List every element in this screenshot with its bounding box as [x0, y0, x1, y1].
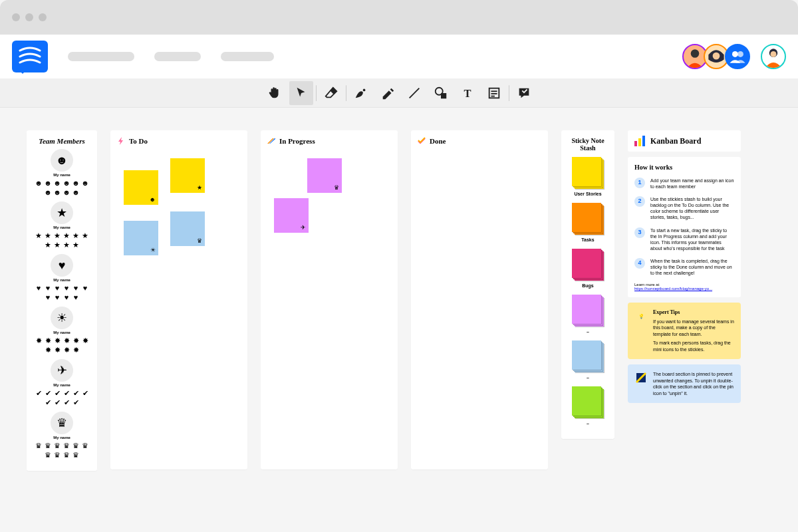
rocket-mini-icon[interactable]: ✔	[72, 399, 80, 406]
smile-mini-icon[interactable]: ☻	[82, 180, 89, 187]
star-mini-icon[interactable]: ★	[54, 241, 61, 249]
sticky-note[interactable]: ✈	[274, 198, 309, 233]
smile-mini-icon[interactable]: ☻	[72, 189, 80, 196]
heart-mini-icon[interactable]: ♥	[72, 285, 80, 292]
star-mini-icon[interactable]: ★	[72, 241, 80, 249]
star-mini-icon[interactable]: ★	[45, 232, 52, 239]
sticky-pile[interactable]	[572, 340, 604, 372]
shape-tool[interactable]	[429, 81, 453, 105]
svg-point-3	[737, 51, 743, 57]
sun-mini-icon[interactable]: ✸	[54, 346, 61, 354]
smile-mini-icon[interactable]: ☻	[45, 189, 52, 196]
star-mini-icon[interactable]: ★	[82, 232, 89, 239]
heart-mini-icon[interactable]: ♥	[63, 285, 70, 292]
sun-mini-icon[interactable]: ✸	[63, 337, 70, 344]
star-mini-icon[interactable]: ★	[63, 241, 70, 249]
star-mini-icon[interactable]: ★	[54, 232, 61, 239]
sticky-note[interactable]: ♛	[307, 158, 342, 193]
star-mini-icon[interactable]: ★	[45, 241, 52, 249]
pen-tool[interactable]	[349, 81, 373, 105]
smile-mini-icon[interactable]: ☻	[45, 180, 52, 187]
star-mini-icon[interactable]: ★	[63, 232, 70, 239]
heart-mini-icon[interactable]: ♥	[54, 285, 61, 292]
note-tool[interactable]	[482, 81, 506, 105]
sun-mini-icon[interactable]: ✸	[63, 346, 70, 354]
heart-mini-icon[interactable]: ♥	[72, 294, 80, 301]
smile-mini-icon[interactable]: ☻	[35, 180, 43, 187]
highlighter-tool[interactable]	[376, 81, 400, 105]
rocket-mini-icon[interactable]: ✔	[63, 390, 70, 397]
sticky-note[interactable]: ♛	[170, 211, 205, 246]
rocket-mini-icon[interactable]: ✔	[45, 399, 52, 406]
sticky-pile[interactable]	[572, 203, 604, 235]
rocket-mini-icon[interactable]: ✔	[63, 399, 70, 406]
team-member[interactable]: ☀My name	[33, 307, 90, 334]
column-inprogress[interactable]: In Progress ♛✈	[261, 130, 398, 469]
crown-mini-icon[interactable]: ♛	[54, 442, 61, 450]
sticky-note[interactable]: ☻	[124, 170, 158, 205]
team-member[interactable]: ♛My name	[33, 412, 90, 440]
sticky-pile[interactable]	[572, 295, 604, 327]
crown-mini-icon[interactable]: ♛	[45, 442, 52, 450]
crown-mini-icon[interactable]: ♛	[72, 452, 80, 459]
smile-mini-icon[interactable]: ☻	[72, 180, 80, 187]
crown-mini-icon[interactable]: ♛	[35, 442, 43, 450]
rocket-mini-icon[interactable]: ✔	[54, 390, 61, 397]
team-member[interactable]: ♥My name	[33, 254, 90, 282]
heart-mini-icon[interactable]: ♥	[82, 285, 89, 292]
heart-mini-icon[interactable]: ♥	[63, 294, 70, 301]
sticky-note[interactable]: ★	[170, 158, 205, 193]
breadcrumb[interactable]	[221, 52, 274, 61]
rocket-mini-icon[interactable]: ✔	[35, 390, 43, 397]
comment-tool[interactable]	[512, 81, 536, 105]
breadcrumb[interactable]	[154, 52, 201, 61]
smile-mini-icon[interactable]: ☻	[63, 189, 70, 196]
sticky-note[interactable]: ☀	[124, 221, 158, 255]
smile-mini-icon[interactable]: ☻	[54, 189, 61, 196]
column-todo[interactable]: To Do ★☻♛☀	[110, 130, 247, 469]
team-member[interactable]: ★My name	[33, 201, 90, 229]
star-mini-icon[interactable]: ★	[35, 232, 43, 239]
learn-more-link[interactable]: https://conceptboard.com/blog/manage-yo.…	[634, 287, 712, 291]
heart-mini-icon[interactable]: ♥	[54, 294, 61, 301]
pointer-tool[interactable]	[289, 81, 313, 105]
current-user-avatar[interactable]	[761, 44, 786, 69]
star-mini-icon[interactable]: ★	[72, 232, 80, 239]
crown-mini-icon[interactable]: ♛	[45, 452, 52, 459]
sticky-pile[interactable]	[572, 249, 604, 281]
sun-mini-icon[interactable]: ✸	[54, 337, 61, 344]
rocket-mini-icon[interactable]: ✔	[45, 390, 52, 397]
crown-mini-icon[interactable]: ♛	[72, 442, 80, 450]
sun-mini-icon[interactable]: ✸	[35, 337, 43, 344]
text-tool[interactable]: T	[456, 81, 479, 105]
smile-mini-icon[interactable]: ☻	[63, 180, 70, 187]
hand-tool[interactable]	[263, 81, 287, 105]
sun-mini-icon[interactable]: ✸	[72, 337, 80, 344]
rocket-mini-icon[interactable]: ✔	[72, 390, 80, 397]
team-member[interactable]: ✈My name	[33, 359, 90, 387]
breadcrumb[interactable]	[68, 52, 134, 61]
crown-mini-icon[interactable]: ♛	[54, 452, 61, 459]
sun-mini-icon[interactable]: ✸	[45, 337, 52, 344]
heart-mini-icon[interactable]: ♥	[45, 294, 52, 301]
sticky-pile[interactable]	[572, 157, 604, 189]
column-done[interactable]: Done	[411, 130, 548, 469]
sun-mini-icon[interactable]: ✸	[45, 346, 52, 354]
add-collaborator-button[interactable]	[725, 44, 750, 69]
smile-mini-icon[interactable]: ☻	[54, 180, 61, 187]
canvas[interactable]: Team Members ☻My name☻☻☻☻☻☻☻☻☻☻★My name★…	[0, 108, 798, 471]
crown-mini-icon[interactable]: ♛	[82, 442, 89, 450]
line-tool[interactable]	[402, 81, 426, 105]
heart-mini-icon[interactable]: ♥	[35, 285, 43, 292]
rocket-mini-icon[interactable]: ✔	[54, 399, 61, 406]
sun-mini-icon[interactable]: ✸	[72, 346, 80, 354]
heart-mini-icon[interactable]: ♥	[45, 285, 52, 292]
crown-mini-icon[interactable]: ♛	[63, 442, 70, 450]
app-logo[interactable]	[12, 41, 48, 72]
eraser-tool[interactable]	[319, 81, 343, 105]
rocket-mini-icon[interactable]: ✔	[82, 390, 89, 397]
team-member[interactable]: ☻My name	[33, 149, 90, 177]
sun-mini-icon[interactable]: ✸	[82, 337, 89, 344]
sticky-pile[interactable]	[572, 386, 604, 418]
crown-mini-icon[interactable]: ♛	[63, 452, 70, 459]
